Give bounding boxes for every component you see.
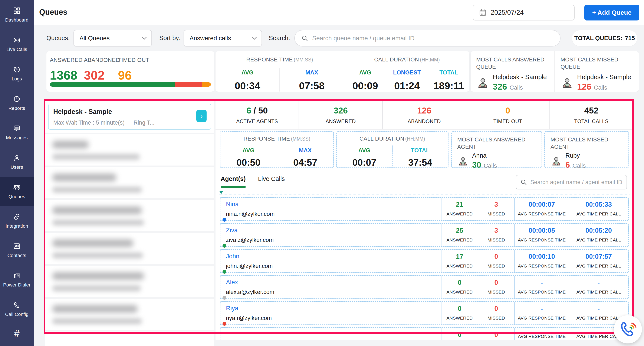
agent-row[interactable]: Alex alex.a@zylker.com 0ANSWERED 0MISSED… bbox=[220, 275, 629, 299]
integration-icon bbox=[13, 213, 21, 221]
queue-search-input[interactable] bbox=[312, 35, 554, 42]
timedout-total: 96 bbox=[118, 68, 152, 82]
agent-answered-col: 21ANSWERED bbox=[441, 198, 478, 220]
add-queue-button[interactable]: + Add Queue bbox=[584, 5, 639, 21]
queue-item-redacted[interactable] bbox=[45, 200, 214, 231]
queue-item-selected[interactable]: Helpdesk - Sample Max Wait Time : 5 minu… bbox=[48, 104, 211, 130]
agent-row[interactable]: Riya riya.r@zylker.com 0ANSWERED 0MISSED… bbox=[220, 301, 629, 325]
agent-email: nina.n@zylker.com bbox=[226, 211, 441, 217]
phone-signal-icon bbox=[618, 319, 638, 339]
agent-avg-response-col: 00:00:10AVG RESPONSE TIME bbox=[514, 250, 569, 272]
abandoned-total: 302 bbox=[84, 68, 118, 82]
sidebar-item-power-dialer[interactable]: Power Dialer bbox=[0, 265, 34, 294]
agent-search-input[interactable] bbox=[530, 179, 623, 186]
queue-expand-button[interactable]: › bbox=[196, 110, 206, 122]
agent-missed-col: 3MISSED bbox=[478, 224, 514, 246]
tab-agents[interactable]: Agent(s) bbox=[221, 175, 246, 188]
queues-filter-dropdown[interactable]: All Queues bbox=[74, 30, 152, 47]
date-value: 2025/07/24 bbox=[491, 9, 524, 17]
queues-icon bbox=[13, 183, 21, 191]
stat-total-calls: 452 TOTAL CALLS bbox=[550, 101, 633, 129]
live-calls-icon bbox=[13, 36, 21, 44]
queue-item-redacted[interactable] bbox=[45, 134, 214, 165]
agent-avg-time-col: 00:07:57AVG TIME PER CALL bbox=[569, 250, 628, 272]
queue-item-redacted[interactable] bbox=[45, 331, 214, 346]
sidebar-item-contacts[interactable]: Contacts bbox=[0, 236, 34, 265]
agent-name-link[interactable]: John bbox=[226, 253, 441, 260]
sidebar-item-label: Live Calls bbox=[6, 47, 27, 52]
sidebar-item-label: Logs bbox=[12, 76, 22, 82]
most-calls-missed-agent-card: MOST CALLS MISSED AGENT Ruby 6 Calls bbox=[544, 131, 629, 168]
search-icon bbox=[520, 179, 527, 186]
agent-row[interactable]: Nina nina.n@zylker.com 21ANSWERED 3MISSE… bbox=[220, 197, 629, 221]
voice-dialer-button[interactable] bbox=[614, 315, 642, 343]
date-picker[interactable]: 2025/07/24 bbox=[473, 5, 574, 21]
detail-tabs: Agent(s) Live Calls bbox=[221, 175, 285, 188]
overview-response-time: RESPONSE TIME (MM:SS) AVG00:34 MAX07:58 bbox=[216, 51, 344, 92]
overview-most-calls-card: MOST CALLS ANSWERED QUEUE Helpdesk - Sam… bbox=[471, 51, 639, 92]
queue-item-redacted[interactable] bbox=[45, 167, 214, 198]
sort-by-value: Answered calls bbox=[190, 35, 231, 42]
queue-item-redacted[interactable] bbox=[45, 266, 214, 297]
agent-status-dot bbox=[222, 270, 226, 274]
agent-answered-col: 17ANSWERED bbox=[441, 250, 478, 272]
agent-row[interactable]: John john.j@zylker.com 17ANSWERED 0MISSE… bbox=[220, 249, 629, 273]
sidebar-item-call-config[interactable]: Call Config bbox=[0, 294, 34, 324]
agent-name-link[interactable]: Ziva bbox=[226, 227, 441, 234]
sidebar-item-live-calls[interactable]: Live Calls bbox=[0, 30, 34, 59]
agent-missed-col: 0MISSED bbox=[478, 276, 514, 298]
messages-icon bbox=[13, 124, 21, 132]
sidebar-item-reports[interactable]: Reports bbox=[0, 88, 34, 118]
sort-by-label: Sort by: bbox=[159, 35, 180, 42]
agent-missed-col: 3MISSED bbox=[478, 198, 514, 220]
sidebar-item-label: Queues bbox=[8, 194, 25, 200]
sidebar-item-logs[interactable]: Logs bbox=[0, 59, 34, 88]
agent-row[interactable]: Ziva ziva.z@zylker.com 25ANSWERED 3MISSE… bbox=[220, 223, 629, 247]
agent-email: john.j@zylker.com bbox=[226, 263, 441, 269]
sidebar-item-dashboard[interactable]: Dashboard bbox=[0, 0, 34, 30]
stat-answered: 326 ANSWERED bbox=[298, 101, 382, 129]
queue-item-redacted[interactable] bbox=[45, 233, 214, 264]
agent-status-dot bbox=[222, 322, 226, 326]
agent-row[interactable]: 0ANSWERED 0MISSED AVG RESPONSE TIME AVG … bbox=[220, 327, 629, 339]
agent-name-link[interactable]: Nina bbox=[226, 201, 441, 208]
queue-response-time-card: RESPONSE TIME (MM:SS) AVG00:50 MAX04:57 bbox=[220, 131, 334, 168]
agent-email: ziva.z@zylker.com bbox=[226, 237, 441, 243]
stat-abandoned: 126 ABANDONED bbox=[382, 101, 466, 129]
hash-icon: # bbox=[14, 328, 20, 339]
agent-name-link[interactable]: Riya bbox=[226, 305, 441, 312]
agent-avg-time-col: 00:05:20AVG TIME PER CALL bbox=[569, 224, 628, 246]
overview-counts-card: ANSWERED 1368 ABANDONED 302 TIMED OUT 96 bbox=[46, 51, 214, 92]
agent-avg-response-col: AVG RESPONSE TIME bbox=[514, 328, 569, 339]
calendar-icon bbox=[479, 9, 487, 17]
agent-status-dot bbox=[222, 218, 226, 222]
sort-by-dropdown[interactable]: Answered calls bbox=[184, 30, 262, 47]
agent-list: Nina nina.n@zylker.com 21ANSWERED 3MISSE… bbox=[220, 197, 629, 339]
agent-name-link[interactable]: Alex bbox=[226, 279, 441, 286]
most-calls-answered-agent-card: MOST CALLS ANSWERED AGENT Anna 30 Calls bbox=[451, 131, 542, 168]
agent-status-dot bbox=[222, 296, 226, 300]
header: Queues 2025/07/24 + Add Queue bbox=[34, 0, 644, 25]
sidebar-item-label: Users bbox=[11, 164, 23, 170]
stat-timed-out: 0 TIMED OUT bbox=[466, 101, 549, 129]
dashboard-icon bbox=[13, 7, 21, 15]
contacts-icon bbox=[13, 242, 21, 250]
agent-avg-response-col: -AVG RESPONSE TIME bbox=[514, 302, 569, 324]
queue-name: Helpdesk - Sample bbox=[53, 108, 206, 116]
queue-ring-type: Ring T... bbox=[134, 119, 154, 126]
queue-detail-panel: 6 / 50 ACTIVE AGENTS 326 ANSWERED 126 AB… bbox=[216, 101, 633, 339]
tab-live-calls[interactable]: Live Calls bbox=[258, 175, 285, 182]
sidebar-item-label: Messages bbox=[6, 135, 28, 140]
sidebar-item-messages[interactable]: Messages bbox=[0, 118, 34, 147]
call-config-icon bbox=[13, 301, 21, 309]
agent-search-box bbox=[516, 175, 627, 190]
sidebar-item-dial-pad[interactable]: # bbox=[0, 324, 34, 343]
agent-answered-col: 0ANSWERED bbox=[441, 328, 478, 339]
sidebar-item-queues[interactable]: Queues bbox=[0, 177, 34, 206]
agent-missed-col: 0MISSED bbox=[478, 328, 514, 339]
sidebar-item-integration[interactable]: Integration bbox=[0, 206, 34, 236]
sidebar-item-label: Integration bbox=[6, 223, 28, 229]
queue-item-redacted[interactable] bbox=[45, 299, 214, 330]
agent-avg-response-col: -AVG RESPONSE TIME bbox=[514, 276, 569, 298]
sidebar-item-users[interactable]: Users bbox=[0, 147, 34, 177]
